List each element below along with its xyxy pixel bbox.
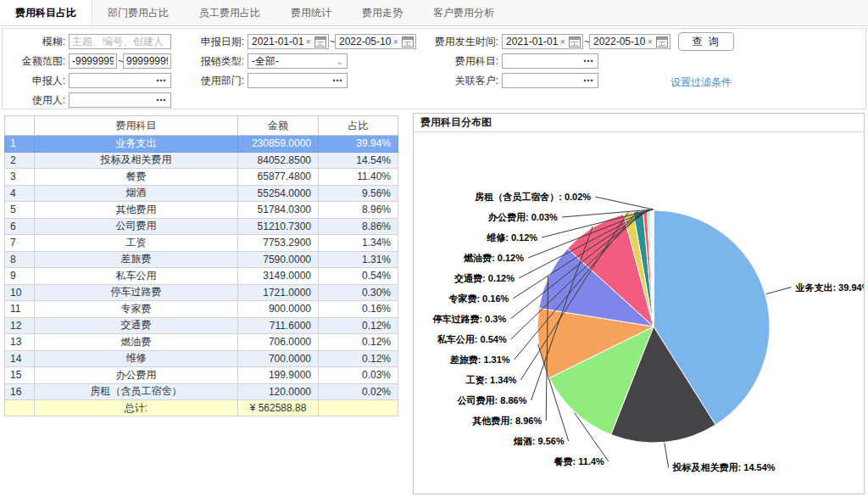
chart-body: 业务支出: 39.94%投标及相关费用: 14.54%餐费: 11.4%烟酒: … xyxy=(414,132,864,494)
expense-analysis-app: 费用科目占比部门费用占比员工费用占比费用统计费用走势客户费用分析 模糊: 申报日… xyxy=(0,0,868,497)
query-button[interactable]: 查 询 xyxy=(678,32,734,51)
fuzzy-input[interactable] xyxy=(70,35,170,48)
table-row[interactable]: 15办公费用199.90000.03% xyxy=(5,367,398,384)
pie-label: 其他费用: 8.96% xyxy=(471,416,542,427)
pie-label: 房租（含员工宿舍）: 0.02% xyxy=(474,192,591,203)
table-row[interactable]: 11专家费900.00000.16% xyxy=(5,301,398,318)
tab-0[interactable]: 费用科目占比 xyxy=(0,0,92,25)
calendar-icon[interactable] xyxy=(656,36,668,47)
filter-panel: 模糊: 申报日期: 2021-01-01 × ~ 2022-05-10 × 费用… xyxy=(2,28,866,109)
applicant-input[interactable]: ⋯ xyxy=(69,73,171,88)
tab-5[interactable]: 客户费用分析 xyxy=(418,0,509,25)
pie-label: 停车过路费: 0.3% xyxy=(431,314,506,324)
dept-input[interactable]: ⋯ xyxy=(248,73,348,88)
applicant-label: 申报人: xyxy=(9,73,65,88)
calendar-icon[interactable] xyxy=(402,36,414,47)
tab-1[interactable]: 部门费用占比 xyxy=(92,0,184,25)
amount-range-label: 金额范围: xyxy=(9,53,65,69)
pie-chart-svg[interactable]: 业务支出: 39.94%投标及相关费用: 14.54%餐费: 11.4%烟酒: … xyxy=(414,132,864,494)
pie-label: 差旅费: 1.31% xyxy=(449,355,510,365)
table-row[interactable]: 12交通费711.60000.12% xyxy=(5,317,398,334)
declare-date-from[interactable]: 2021-01-01 × xyxy=(248,34,329,49)
calendar-icon[interactable] xyxy=(569,36,581,47)
table-row[interactable]: 9私车公用3149.00000.54% xyxy=(5,268,398,285)
set-filter-link[interactable]: 设置过滤条件 xyxy=(670,75,732,90)
declare-date-label: 申报日期: xyxy=(187,34,244,49)
clear-icon[interactable]: × xyxy=(392,35,400,48)
pie-label: 烟酒: 9.56% xyxy=(513,436,565,446)
pie-label: 投标及相关费用: 14.54% xyxy=(672,462,776,472)
col-header-amount: 金额 xyxy=(238,116,319,136)
type-select-value: -全部- xyxy=(248,54,333,69)
table-row[interactable]: 8差旅费7590.00001.31% xyxy=(5,251,398,268)
expense-time-to[interactable]: 2022-05-10 × xyxy=(589,34,670,49)
pie-label: 工资: 1.34% xyxy=(465,375,516,385)
table-row[interactable]: 3餐费65877.480011.40% xyxy=(5,169,398,186)
table-row[interactable]: 5其他费用51784.03008.96% xyxy=(5,202,398,219)
lookup-icon[interactable]: ⋯ xyxy=(153,94,170,106)
chart-panel: 费用科目分布图 业务支出: 39.94%投标及相关费用: 14.54%餐费: 1… xyxy=(413,113,865,494)
pie-label: 专家费: 0.16% xyxy=(448,293,509,304)
amount-max-wrap xyxy=(123,53,171,69)
customer-input[interactable]: ⋯ xyxy=(502,73,598,88)
tab-2[interactable]: 员工费用占比 xyxy=(184,0,275,25)
pie-label-connector xyxy=(665,443,669,467)
pie-label: 餐费: 11.4% xyxy=(554,456,605,466)
declare-date-to-value: 2022-05-10 xyxy=(336,36,392,47)
table-row[interactable]: 13燃油费706.00000.12% xyxy=(5,334,398,351)
user-input[interactable]: ⋯ xyxy=(69,92,171,108)
pie-label-connector xyxy=(595,197,654,209)
table-row[interactable]: 7工资7753.29001.34% xyxy=(5,235,398,252)
table-header-row: 费用科目 金额 占比 xyxy=(5,116,398,136)
amount-max-input[interactable] xyxy=(124,54,170,68)
dept-label: 使用部门: xyxy=(187,73,244,88)
amount-min-wrap xyxy=(69,53,117,69)
table-row[interactable]: 16房租（含员工宿舍）120.00000.02% xyxy=(5,383,398,400)
lookup-icon[interactable]: ⋯ xyxy=(580,55,598,67)
clear-icon[interactable]: × xyxy=(304,35,313,48)
lookup-icon[interactable]: ⋯ xyxy=(580,75,598,87)
total-label: 总计: xyxy=(35,400,238,416)
type-label: 报销类型: xyxy=(187,53,244,69)
chevron-down-icon: ⌄ xyxy=(337,57,343,66)
customer-label: 关联客户: xyxy=(422,73,498,88)
expense-time-to-value: 2022-05-10 xyxy=(590,36,646,47)
expense-time-label: 费用发生时间: xyxy=(422,34,498,49)
pie-label-connector xyxy=(766,288,792,294)
table-total-row: 总计: ¥ 562588.88 xyxy=(5,400,398,416)
expense-time-from[interactable]: 2021-01-01 × xyxy=(502,34,583,49)
calendar-icon[interactable] xyxy=(314,36,326,47)
fuzzy-input-wrap xyxy=(69,34,171,49)
col-header-subject: 费用科目 xyxy=(35,116,238,136)
subject-input[interactable]: ⋯ xyxy=(502,53,598,69)
amount-min-input[interactable] xyxy=(70,54,116,68)
table-row[interactable]: 14维修700.00000.12% xyxy=(5,350,398,367)
lookup-icon[interactable]: ⋯ xyxy=(329,75,347,87)
pie-label: 燃油费: 0.12% xyxy=(463,253,524,263)
pie-label: 私车公用: 0.54% xyxy=(437,334,507,344)
table-row[interactable]: 10停车过路费1721.00000.30% xyxy=(5,284,398,301)
table-row[interactable]: 1业务支出230859.000039.94% xyxy=(5,136,398,153)
declare-date-to[interactable]: 2022-05-10 × xyxy=(335,34,416,49)
pie-label: 业务支出: 39.94% xyxy=(794,282,864,293)
tab-3[interactable]: 费用统计 xyxy=(275,0,347,25)
col-header-pct: 占比 xyxy=(319,116,398,136)
table-row[interactable]: 6公司费用51210.73008.86% xyxy=(5,218,398,235)
pie-label: 交通费: 0.12% xyxy=(453,273,515,284)
chart-title: 费用科目分布图 xyxy=(414,114,864,132)
tab-4[interactable]: 费用走势 xyxy=(347,0,418,25)
fuzzy-label: 模糊: xyxy=(9,34,65,49)
table-row[interactable]: 2投标及相关费用84052.850014.54% xyxy=(5,152,398,169)
clear-icon[interactable]: × xyxy=(646,35,654,48)
clear-icon[interactable]: × xyxy=(559,35,567,48)
table-row[interactable]: 4烟酒55254.00009.56% xyxy=(5,185,398,202)
pie-label: 办公费用: 0.03% xyxy=(487,212,558,222)
type-select[interactable]: -全部- ⌄ xyxy=(248,53,348,69)
tab-bar: 费用科目占比部门费用占比员工费用占比费用统计费用走势客户费用分析 xyxy=(0,0,868,26)
lookup-icon[interactable]: ⋯ xyxy=(153,75,170,87)
user-label: 使用人: xyxy=(9,92,65,108)
pie-label: 维修: 0.12% xyxy=(486,232,537,243)
pie-label: 公司费用: 8.86% xyxy=(457,395,527,405)
expense-table: 费用科目 金额 占比 1业务支出230859.000039.94%2投标及相关费… xyxy=(4,115,398,416)
table-body: 1业务支出230859.000039.94%2投标及相关费用84052.8500… xyxy=(5,136,398,400)
